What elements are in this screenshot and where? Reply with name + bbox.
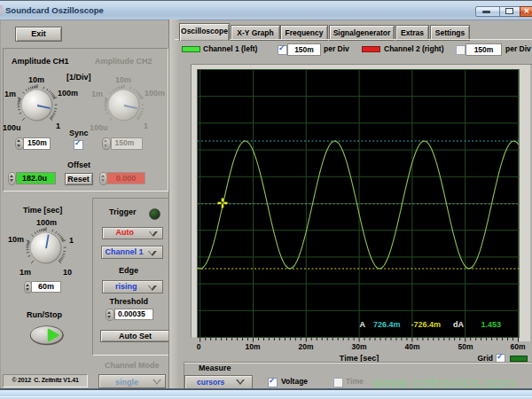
svg-text:0: 0: [197, 342, 201, 351]
svg-text:A: A: [360, 320, 366, 329]
svg-text:40m: 40m: [404, 342, 419, 351]
svg-text:-726.4m: -726.4m: [411, 320, 442, 329]
svg-text:Time [sec]: Time [sec]: [340, 354, 379, 363]
svg-text:20m: 20m: [298, 342, 313, 351]
svg-text:726.4m: 726.4m: [373, 320, 401, 329]
svg-text:10m: 10m: [245, 342, 260, 351]
svg-text:30m: 30m: [351, 342, 366, 351]
svg-text:60m: 60m: [510, 342, 525, 351]
svg-text:1.453: 1.453: [481, 320, 502, 329]
svg-text:Grid: Grid: [478, 354, 493, 363]
svg-text:50m: 50m: [458, 342, 473, 351]
svg-text:dA: dA: [453, 320, 464, 329]
